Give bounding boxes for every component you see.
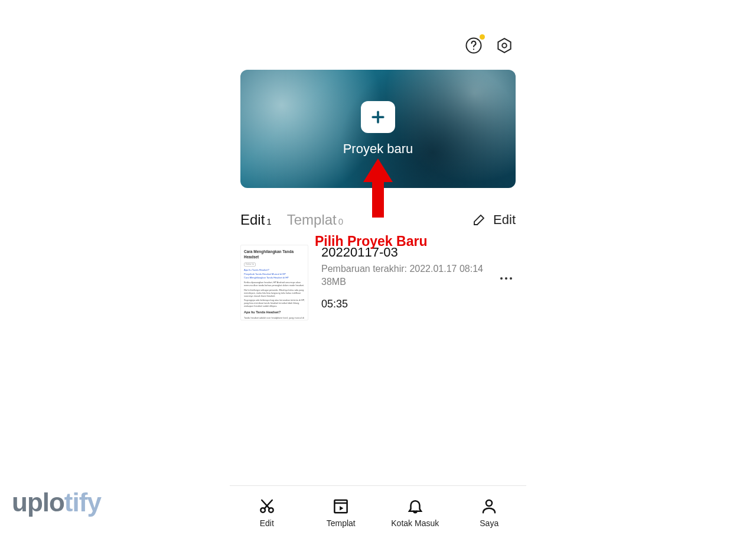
- project-name: 20220117-03: [321, 245, 499, 260]
- tab-edit-label: Edit: [240, 212, 265, 228]
- thumb-subtitle: Apa Itu Tanda Headset?: [244, 310, 305, 315]
- help-icon: [465, 37, 483, 54]
- more-icon: [499, 277, 513, 280]
- settings-hex-icon: [496, 37, 513, 54]
- nav-template-label: Templat: [327, 518, 356, 528]
- pencil-icon: [472, 213, 486, 227]
- project-list-item: Cara Menghilangkan Tanda Headset Daftar …: [230, 228, 526, 320]
- tab-template-label: Templat: [287, 212, 337, 228]
- thumb-title: Cara Menghilangkan Tanda Headset: [244, 249, 305, 260]
- nav-template[interactable]: Templat: [304, 497, 379, 528]
- project-last-update: Pembaruan terakhir: 2022.01.17 08:14: [321, 264, 499, 274]
- new-project-plus[interactable]: [361, 101, 395, 133]
- person-icon: [480, 497, 498, 515]
- bell-icon: [406, 497, 424, 515]
- project-thumbnail[interactable]: Cara Menghilangkan Tanda Headset Daftar …: [240, 245, 308, 320]
- top-bar: [230, 0, 526, 66]
- new-project-label: Proyek baru: [343, 141, 413, 157]
- watermark-b: tify: [64, 488, 101, 517]
- project-size: 38MB: [321, 277, 499, 287]
- bottom-nav: Edit Templat Kotak Masuk Saya: [230, 485, 526, 535]
- nav-me-label: Saya: [480, 518, 498, 528]
- nav-edit-label: Edit: [260, 518, 274, 528]
- nav-inbox[interactable]: Kotak Masuk: [378, 497, 452, 528]
- settings-button[interactable]: [494, 35, 514, 56]
- plus-icon: [369, 108, 387, 126]
- svg-marker-16: [340, 506, 343, 511]
- watermark: uplotify: [12, 488, 101, 517]
- edit-mode-button[interactable]: Edit: [472, 212, 516, 228]
- tab-edit[interactable]: Edit 1: [240, 212, 272, 228]
- project-duration: 05:35: [321, 298, 499, 310]
- tab-edit-count: 1: [266, 216, 271, 226]
- edit-mode-label: Edit: [493, 212, 516, 228]
- svg-point-3: [502, 43, 507, 48]
- project-details[interactable]: 20220117-03 Pembaruan terakhir: 2022.01.…: [308, 245, 499, 310]
- svg-point-1: [473, 48, 474, 50]
- svg-point-8: [505, 277, 507, 280]
- scissors-icon: [258, 497, 276, 515]
- help-button[interactable]: [464, 35, 484, 56]
- template-icon: [332, 497, 350, 515]
- app-screen: Proyek baru Edit 1 Templat 0 Edit Cara M…: [230, 0, 526, 535]
- svg-point-17: [486, 500, 492, 506]
- nav-inbox-label: Kotak Masuk: [391, 518, 439, 528]
- project-more-button[interactable]: [499, 245, 516, 284]
- notification-dot: [480, 34, 485, 40]
- svg-marker-2: [498, 38, 510, 53]
- nav-me[interactable]: Saya: [452, 497, 527, 528]
- svg-point-7: [500, 277, 503, 280]
- tabs-row: Edit 1 Templat 0 Edit: [230, 188, 526, 228]
- new-project-hero[interactable]: Proyek baru: [240, 70, 516, 188]
- nav-edit[interactable]: Edit: [230, 497, 304, 528]
- tab-template-count: 0: [338, 216, 343, 226]
- tab-template[interactable]: Templat 0: [287, 212, 343, 228]
- thumb-badge: Daftar Isi: [244, 262, 256, 267]
- watermark-a: uplo: [12, 488, 64, 517]
- svg-rect-14: [335, 500, 347, 513]
- svg-point-9: [510, 277, 512, 280]
